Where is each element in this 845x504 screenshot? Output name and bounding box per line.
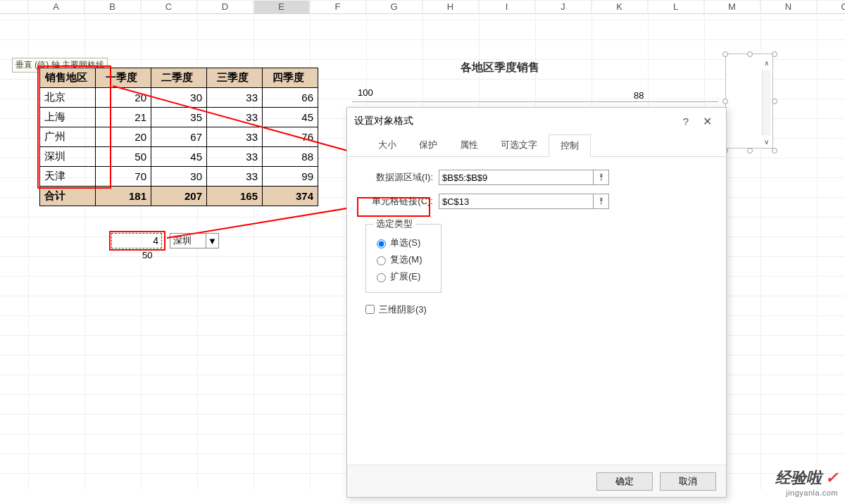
col-I[interactable]: I — [479, 0, 535, 13]
col-F[interactable]: F — [310, 0, 366, 13]
table-row: 深圳 50 45 33 88 — [40, 147, 318, 167]
region-dropdown[interactable]: 深圳 ▼ — [170, 233, 219, 248]
table-row: 上海 21 35 33 45 — [40, 108, 318, 127]
selection-type-legend: 选定类型 — [373, 218, 415, 230]
corner-cell — [0, 0, 28, 13]
col-H[interactable]: H — [423, 0, 479, 13]
radio-single[interactable] — [377, 239, 386, 248]
col-B[interactable]: B — [84, 0, 141, 13]
chart-title: 各地区季度销售 — [461, 61, 539, 75]
resize-handle[interactable] — [772, 51, 777, 57]
scrollbar-down-icon[interactable]: ∨ — [762, 138, 770, 146]
watermark: 经验啦 ✓ jingyanla.com — [775, 467, 839, 497]
data-source-label: 数据源区域(I): — [363, 171, 433, 184]
chevron-down-icon[interactable]: ▼ — [206, 234, 218, 248]
col-K[interactable]: K — [592, 0, 648, 13]
range-picker-icon[interactable]: ⭱ — [594, 194, 609, 209]
sales-table: 销售地区 一季度 二季度 三季度 四季度 北京 20 30 33 66 上海 2… — [39, 68, 318, 206]
tab-size[interactable]: 大小 — [367, 134, 408, 156]
tab-control[interactable]: 控制 — [549, 134, 591, 157]
chart-axis-line — [352, 101, 718, 102]
hdr-q4: 四季度 — [263, 68, 318, 88]
format-object-dialog: 设置对象格式 ? ✕ 大小 保护 属性 可选文字 控制 数据源区域(I): ⭱ … — [346, 107, 727, 498]
table-row: 广州 20 67 33 76 — [40, 127, 318, 147]
tab-alttext[interactable]: 可选文字 — [489, 134, 549, 156]
column-headers: A B C D E F G H I J K L M N O — [0, 0, 845, 14]
col-D[interactable]: D — [197, 0, 254, 13]
chart-right-value: 88 — [634, 90, 644, 101]
table-row: 天津 70 30 33 99 — [40, 167, 318, 187]
tab-properties[interactable]: 属性 — [449, 134, 489, 156]
hdr-region: 销售地区 — [40, 68, 96, 88]
col-C[interactable]: C — [141, 0, 197, 13]
dialog-tabs: 大小 保护 属性 可选文字 控制 — [347, 134, 726, 157]
table-row-total: 合计 181 207 165 374 — [40, 187, 318, 206]
col-N[interactable]: N — [760, 0, 817, 13]
scrollbar-track[interactable] — [762, 70, 770, 135]
dialog-title: 设置对象格式 — [354, 115, 413, 127]
col-L[interactable]: L — [648, 0, 704, 13]
data-source-input[interactable] — [439, 170, 594, 185]
cell-below-value[interactable]: 50 — [142, 250, 152, 260]
col-M[interactable]: M — [704, 0, 760, 13]
resize-handle[interactable] — [722, 99, 728, 104]
selection-type-group: 选定类型 单选(S) 复选(M) 扩展(E) — [365, 218, 442, 293]
col-E[interactable]: E — [254, 0, 310, 13]
col-G[interactable]: G — [366, 0, 423, 13]
hdr-q3: 三季度 — [207, 68, 263, 88]
cell-link-input[interactable] — [439, 194, 594, 209]
help-icon[interactable]: ? — [676, 113, 696, 130]
linked-cell[interactable]: 4 — [111, 233, 162, 248]
ok-button[interactable]: 确定 — [596, 472, 653, 491]
resize-handle[interactable] — [747, 148, 753, 153]
chart-left-value: 100 — [358, 87, 373, 98]
hdr-q1: 一季度 — [96, 68, 151, 88]
table-row: 北京 20 30 33 66 — [40, 88, 318, 108]
tab-protect[interactable]: 保护 — [408, 134, 449, 156]
col-O[interactable]: O — [817, 0, 845, 13]
range-picker-icon[interactable]: ⭱ — [594, 170, 609, 185]
col-J[interactable]: J — [535, 0, 592, 13]
checkbox-3d-shadow[interactable] — [365, 305, 375, 314]
resize-handle[interactable] — [722, 51, 728, 57]
col-A[interactable]: A — [28, 0, 84, 13]
resize-handle[interactable] — [772, 99, 777, 104]
dropdown-value: 深圳 — [173, 234, 192, 247]
radio-multi[interactable] — [377, 256, 386, 265]
scrollbar-up-icon[interactable]: ∧ — [762, 59, 770, 68]
resize-handle[interactable] — [772, 148, 777, 153]
checkbox-3d-shadow-label: 三维阴影(3) — [379, 303, 427, 316]
hdr-q2: 二季度 — [151, 68, 207, 88]
cancel-button[interactable]: 取消 — [660, 472, 716, 491]
close-icon[interactable]: ✕ — [696, 112, 719, 131]
resize-handle[interactable] — [747, 51, 753, 57]
radio-extend[interactable] — [377, 273, 386, 282]
cell-link-label: 单元格链接(C): — [363, 195, 433, 208]
